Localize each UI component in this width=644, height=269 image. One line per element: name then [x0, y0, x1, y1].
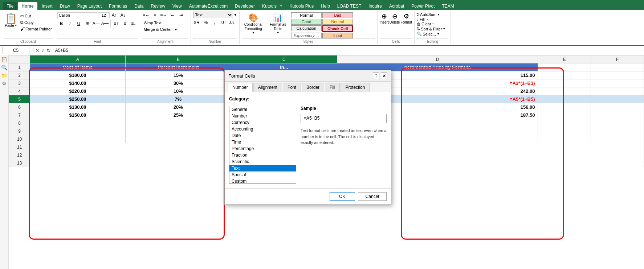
cell-A6[interactable]: $130.00 — [30, 103, 125, 111]
cell-E2[interactable] — [538, 71, 591, 79]
cell-E10[interactable] — [538, 135, 591, 143]
cell-A4[interactable]: $220.00 — [30, 87, 125, 95]
cell-E1[interactable] — [538, 63, 591, 71]
format-cells-dialog[interactable]: Format Cells ? ✕ Number Alignment Font B… — [224, 70, 391, 205]
tab-data[interactable]: Data — [131, 2, 147, 10]
dialog-title-bar[interactable]: Format Cells ? ✕ — [225, 70, 391, 82]
category-special[interactable]: Special — [229, 171, 296, 178]
normal-style[interactable]: Normal — [291, 12, 322, 18]
row-header-9[interactable]: 9 — [9, 127, 30, 135]
dialog-help-icon[interactable]: ? — [373, 73, 379, 79]
tab-file[interactable]: File — [3, 2, 17, 10]
sort-filter-button[interactable]: ⇅ Sort & Filter ▼ — [417, 26, 448, 31]
percent-button[interactable]: % — [202, 19, 210, 26]
cell-B7[interactable]: 25% — [125, 111, 231, 119]
tab-draw[interactable]: Draw — [56, 2, 74, 10]
cell-E3[interactable] — [538, 79, 591, 87]
cell-F7[interactable] — [591, 111, 644, 119]
paste-button[interactable]: 📋 Paste ▼ — [4, 12, 19, 29]
category-time[interactable]: Time — [229, 139, 296, 145]
tab-help[interactable]: Help — [317, 2, 334, 10]
cell-E4[interactable] — [538, 87, 591, 95]
cell-E8[interactable] — [538, 119, 591, 127]
tab-acrobat[interactable]: Acrobat — [386, 2, 408, 10]
cell-B9[interactable] — [125, 127, 231, 135]
cell-B6[interactable]: 20% — [125, 103, 231, 111]
tab-page-layout[interactable]: Page Layout — [74, 2, 105, 10]
increase-decimal-button[interactable]: .0↑ — [219, 19, 227, 26]
increase-indent-button[interactable]: ⇥ — [177, 12, 185, 19]
format-as-table-button[interactable]: Format as Table — [267, 22, 289, 31]
cell-F6[interactable] — [591, 103, 644, 111]
formula-input[interactable] — [52, 47, 642, 54]
cell-A2[interactable]: $100.00 — [30, 71, 125, 79]
category-currency[interactable]: Currency — [229, 119, 296, 126]
category-text[interactable]: Text — [229, 165, 296, 171]
cell-E9[interactable] — [538, 127, 591, 135]
cell-F9[interactable] — [591, 127, 644, 135]
dialog-ok-button[interactable]: OK — [330, 192, 355, 201]
insert-cells-button[interactable]: Insert — [380, 20, 389, 24]
cell-F8[interactable] — [591, 119, 644, 127]
cell-A9[interactable] — [30, 127, 125, 135]
font-size-input[interactable] — [98, 12, 110, 18]
row-header-7[interactable]: 7 — [9, 111, 30, 119]
format-painter-button[interactable]: 🖌 Format Painter — [20, 26, 53, 32]
col-header-C[interactable]: C — [231, 55, 337, 63]
merge-center-button[interactable]: Merge & Center — [142, 26, 174, 32]
format-cells-button[interactable]: Format — [401, 20, 412, 24]
align-left-button[interactable]: ≡← — [142, 12, 150, 19]
cell-A7[interactable]: $150.00 — [30, 111, 125, 119]
delete-cells-button[interactable]: Delete — [390, 20, 400, 24]
row-header-1[interactable]: 1 — [9, 63, 30, 71]
decrease-indent-button[interactable]: ⇤ — [168, 12, 176, 19]
tab-kutools-plus[interactable]: Kutools Plus — [286, 2, 317, 10]
number-format-expand[interactable]: ▼ — [234, 13, 237, 17]
row-header-6[interactable]: 6 — [9, 103, 30, 111]
align-right-button[interactable]: ≡→ — [160, 12, 168, 19]
check-cell-style[interactable]: Check Cell — [322, 25, 353, 32]
decrease-decimal-button[interactable]: .0↓ — [228, 19, 236, 26]
cell-F1[interactable] — [591, 63, 644, 71]
cell-A10[interactable] — [30, 135, 125, 143]
category-list[interactable]: General Number Currency Accounting Date … — [229, 106, 296, 184]
col-header-B[interactable]: B — [125, 55, 231, 63]
sidebar-icon-4[interactable]: ⚙ — [2, 80, 7, 86]
tab-kutools[interactable]: Kutools ™ — [258, 2, 286, 10]
neutral-style[interactable]: Neutral — [322, 19, 353, 25]
name-box[interactable] — [2, 47, 29, 54]
cell-B2[interactable]: 15% — [125, 71, 231, 79]
clear-button[interactable]: 🗑 Clear ~ — [417, 22, 448, 26]
tab-load-test[interactable]: LOAD TEST — [334, 2, 365, 10]
row-header-10[interactable]: 10 — [9, 135, 30, 143]
bad-style[interactable]: Bad — [322, 12, 353, 18]
wrap-text-button[interactable]: Wrap Text — [142, 20, 163, 26]
tab-review[interactable]: Review — [147, 2, 168, 10]
tab-insert[interactable]: Insert — [38, 2, 56, 10]
font-color-button[interactable]: A — [101, 20, 109, 27]
cut-button[interactable]: ✂ Cut — [20, 13, 53, 19]
cell-A5[interactable]: $250.00 — [30, 95, 125, 103]
tab-formulas[interactable]: Formulas — [105, 2, 131, 10]
confirm-formula-icon[interactable]: ✓ — [41, 47, 45, 53]
row-header-4[interactable]: 4 — [9, 87, 30, 95]
sidebar-icon-1[interactable]: 📋 — [1, 57, 7, 62]
find-select-button[interactable]: 🔍 Selec... ▼ — [417, 32, 448, 36]
cell-B5[interactable]: 7% — [125, 95, 231, 103]
fill-button[interactable]: ↓ Fill ~ — [417, 17, 448, 21]
dialog-cancel-button[interactable]: Cancel — [358, 192, 387, 201]
category-scientific[interactable]: Scientific — [229, 158, 296, 165]
calculation-style[interactable]: Calculation — [291, 25, 322, 31]
dialog-tab-protection[interactable]: Protection — [341, 83, 370, 92]
conditional-formatting-button[interactable]: Conditional Formatting — [242, 22, 264, 31]
cell-E7[interactable] — [538, 111, 591, 119]
tab-power-pivot[interactable]: Power Pivot — [408, 2, 438, 10]
font-name-input[interactable] — [57, 12, 97, 18]
cell-B8[interactable] — [125, 119, 231, 127]
explanatory-style[interactable]: Explanatory ... — [291, 33, 322, 38]
dialog-tab-alignment[interactable]: Alignment — [253, 83, 282, 92]
cancel-formula-icon[interactable]: ✕ — [35, 47, 40, 53]
row-header-5[interactable]: 5 — [9, 95, 30, 103]
row-header-3[interactable]: 3 — [9, 79, 30, 87]
accounting-format-button[interactable]: $▼ — [193, 19, 201, 26]
